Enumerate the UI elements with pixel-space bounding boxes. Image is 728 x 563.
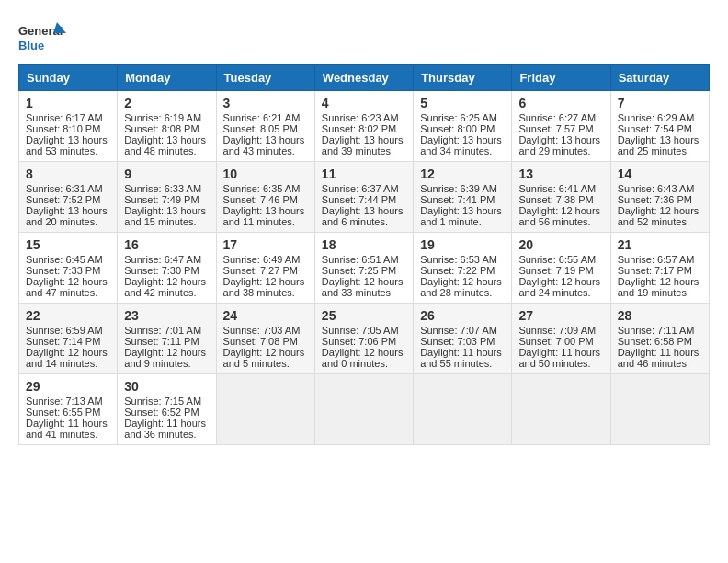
calendar-cell: 22Sunrise: 6:59 AMSunset: 7:14 PMDayligh… [19, 304, 118, 374]
calendar-week-row: 15Sunrise: 6:45 AMSunset: 7:33 PMDayligh… [19, 233, 710, 304]
day-number: 6 [518, 96, 603, 110]
day-info-line: Daylight: 11 hours [124, 418, 209, 429]
day-number: 25 [322, 308, 406, 323]
day-info-line: and 19 minutes. [618, 287, 702, 298]
day-info-line: and 15 minutes. [124, 216, 209, 227]
day-info-line: Sunset: 8:00 PM [420, 123, 505, 134]
day-info-line: and 0 minutes. [322, 358, 406, 369]
calendar-cell: 11Sunrise: 6:37 AMSunset: 7:44 PMDayligh… [314, 162, 413, 233]
day-info-line: Sunrise: 6:45 AM [26, 254, 110, 265]
day-info-line: Daylight: 12 hours [124, 276, 209, 287]
day-info-line: Sunset: 6:52 PM [124, 407, 209, 418]
day-info-line: Sunrise: 6:55 AM [518, 254, 603, 265]
day-info-line: Daylight: 12 hours [26, 276, 110, 287]
day-info-line: Daylight: 12 hours [223, 347, 308, 358]
day-info-line: and 43 minutes. [223, 145, 308, 156]
day-info-line: Sunset: 7:46 PM [223, 194, 308, 205]
day-info-line: Sunset: 7:30 PM [124, 265, 209, 276]
day-info-line: Daylight: 12 hours [26, 347, 110, 358]
calendar-cell: 27Sunrise: 7:09 AMSunset: 7:00 PMDayligh… [512, 304, 610, 374]
day-info-line: Sunset: 7:44 PM [322, 194, 406, 205]
day-info-line: Daylight: 13 hours [518, 134, 603, 145]
logo: General Blue [18, 18, 69, 55]
day-info-line: and 5 minutes. [223, 358, 308, 369]
calendar-week-row: 8Sunrise: 6:31 AMSunset: 7:52 PMDaylight… [19, 162, 710, 233]
day-info-line: and 46 minutes. [618, 358, 702, 369]
day-number: 9 [124, 167, 209, 181]
day-info-line: Sunset: 7:38 PM [518, 194, 603, 205]
day-info-line: Sunset: 8:08 PM [124, 123, 209, 134]
day-info-line: Daylight: 12 hours [322, 347, 406, 358]
day-info-line: Sunrise: 6:57 AM [618, 254, 702, 265]
day-info-line: Sunset: 8:05 PM [223, 123, 308, 134]
day-info-line: Daylight: 11 hours [518, 347, 603, 358]
day-info-line: Sunset: 7:57 PM [518, 123, 603, 134]
day-header-monday: Monday [118, 65, 216, 91]
calendar-cell: 26Sunrise: 7:07 AMSunset: 7:03 PMDayligh… [414, 304, 512, 374]
day-number: 13 [518, 167, 603, 181]
day-info-line: Sunrise: 6:21 AM [223, 112, 308, 123]
day-number: 26 [420, 308, 505, 323]
day-info-line: Sunrise: 6:53 AM [420, 254, 505, 265]
day-info-line: Sunset: 7:25 PM [322, 265, 406, 276]
calendar-cell: 5Sunrise: 6:25 AMSunset: 8:00 PMDaylight… [414, 91, 512, 162]
calendar-cell: 30Sunrise: 7:15 AMSunset: 6:52 PMDayligh… [118, 374, 216, 445]
day-header-wednesday: Wednesday [314, 65, 413, 91]
day-number: 16 [124, 237, 209, 252]
day-info-line: and 48 minutes. [124, 145, 209, 156]
calendar-table: SundayMondayTuesdayWednesdayThursdayFrid… [18, 64, 710, 445]
day-info-line: Daylight: 12 hours [223, 276, 308, 287]
day-info-line: Daylight: 12 hours [618, 276, 702, 287]
day-info-line: Sunset: 6:55 PM [26, 407, 110, 418]
day-info-line: and 20 minutes. [26, 216, 110, 227]
calendar-cell: 17Sunrise: 6:49 AMSunset: 7:27 PMDayligh… [216, 233, 314, 304]
day-info-line: Sunrise: 6:19 AM [124, 112, 209, 123]
day-header-thursday: Thursday [414, 65, 512, 91]
day-info-line: and 29 minutes. [518, 145, 603, 156]
day-info-line: Sunrise: 6:35 AM [223, 183, 308, 194]
calendar-cell: 28Sunrise: 7:11 AMSunset: 6:58 PMDayligh… [610, 304, 709, 374]
day-info-line: and 6 minutes. [322, 216, 406, 227]
day-info-line: Daylight: 12 hours [322, 276, 406, 287]
calendar-cell [414, 374, 512, 445]
calendar-cell: 18Sunrise: 6:51 AMSunset: 7:25 PMDayligh… [314, 233, 413, 304]
day-info-line: Sunrise: 7:07 AM [420, 325, 505, 336]
day-info-line: and 50 minutes. [518, 358, 603, 369]
calendar-cell: 6Sunrise: 6:27 AMSunset: 7:57 PMDaylight… [512, 91, 610, 162]
day-info-line: Sunrise: 6:59 AM [26, 325, 110, 336]
day-info-line: Sunset: 7:03 PM [420, 336, 505, 347]
day-info-line: Sunset: 7:41 PM [420, 194, 505, 205]
day-number: 10 [223, 167, 308, 181]
calendar-cell: 19Sunrise: 6:53 AMSunset: 7:22 PMDayligh… [414, 233, 512, 304]
day-number: 4 [322, 96, 406, 110]
day-info-line: and 53 minutes. [26, 145, 110, 156]
day-number: 22 [26, 308, 110, 323]
day-number: 14 [618, 167, 702, 181]
day-info-line: and 52 minutes. [618, 216, 702, 227]
svg-text:Blue: Blue [18, 39, 44, 52]
day-number: 28 [618, 308, 702, 323]
day-info-line: Sunrise: 6:39 AM [420, 183, 505, 194]
day-info-line: Sunset: 7:49 PM [124, 194, 209, 205]
day-info-line: Sunrise: 6:29 AM [618, 112, 702, 123]
day-info-line: Daylight: 12 hours [618, 205, 702, 216]
calendar-cell: 24Sunrise: 7:03 AMSunset: 7:08 PMDayligh… [216, 304, 314, 374]
day-info-line: Sunset: 7:22 PM [420, 265, 505, 276]
day-number: 17 [223, 237, 308, 252]
calendar-week-row: 22Sunrise: 6:59 AMSunset: 7:14 PMDayligh… [19, 304, 710, 374]
day-info-line: Sunrise: 6:37 AM [322, 183, 406, 194]
day-info-line: Sunrise: 6:47 AM [124, 254, 209, 265]
day-info-line: Sunset: 7:14 PM [26, 336, 110, 347]
day-info-line: Sunrise: 7:15 AM [124, 396, 209, 407]
day-info-line: Daylight: 13 hours [26, 205, 110, 216]
day-info-line: and 56 minutes. [518, 216, 603, 227]
day-info-line: Sunset: 7:33 PM [26, 265, 110, 276]
calendar-cell: 15Sunrise: 6:45 AMSunset: 7:33 PMDayligh… [19, 233, 118, 304]
day-info-line: and 47 minutes. [26, 287, 110, 298]
day-info-line: Sunrise: 7:13 AM [26, 396, 110, 407]
calendar-cell: 12Sunrise: 6:39 AMSunset: 7:41 PMDayligh… [414, 162, 512, 233]
day-info-line: and 11 minutes. [223, 216, 308, 227]
day-info-line: Daylight: 13 hours [420, 205, 505, 216]
day-info-line: Sunset: 7:19 PM [518, 265, 603, 276]
day-info-line: and 41 minutes. [26, 429, 110, 440]
